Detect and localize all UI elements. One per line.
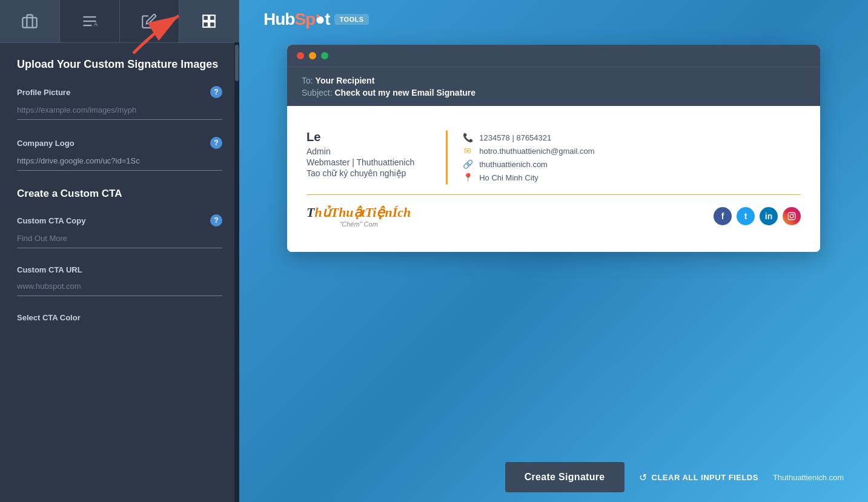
company-logo-help-icon[interactable]: ?	[210, 137, 222, 149]
signature-footer: ThủThuậtTiệnÍch "Chém" Com f t in	[306, 205, 801, 228]
signature-email-row: ✉ hotro.thuthuattienich@gmail.com	[462, 146, 801, 156]
svg-point-12	[793, 214, 794, 215]
social-icons-row: f t in	[714, 207, 801, 225]
custom-cta-url-input[interactable]	[17, 279, 222, 296]
email-window: To: Your Recipient Subject: Check out my…	[287, 45, 820, 252]
email-to-line: To: Your Recipient	[302, 76, 806, 85]
instagram-icon[interactable]	[783, 207, 801, 225]
email-window-titlebar	[287, 45, 820, 67]
signature-tagline: Tao chữ ký chuyên nghiệp	[306, 168, 414, 178]
email-header: To: Your Recipient Subject: Check out my…	[287, 67, 820, 106]
company-logo-input[interactable]	[17, 154, 222, 171]
profile-picture-group: Profile Picture ?	[17, 86, 222, 120]
signature-location-row: 📍 Ho Chi Minh City	[462, 173, 801, 182]
svg-rect-10	[788, 213, 795, 220]
window-dot-green	[321, 52, 328, 59]
email-subject-value: Check out my new Email Signature	[334, 88, 475, 97]
create-signature-button[interactable]: Create Signature	[505, 462, 624, 492]
signature-vertical-divider	[446, 130, 448, 185]
email-preview-area: To: Your Recipient Subject: Check out my…	[239, 39, 868, 452]
custom-cta-url-group: Custom CTA URL	[17, 265, 222, 296]
svg-rect-5	[203, 15, 208, 21]
email-body: Le Admin Webmaster | Thuthuattienich Tao…	[287, 106, 820, 252]
signature-company: Webmaster | Thuthuattienich	[306, 157, 414, 167]
signature-area: Le Admin Webmaster | Thuthuattienich Tao…	[306, 130, 801, 185]
sidebar-content: Upload Your Custom Signature Images Prof…	[0, 43, 239, 502]
location-icon: 📍	[462, 173, 473, 182]
signature-email: hotro.thuthuattienich@gmail.com	[479, 147, 594, 156]
signature-location: Ho Chi Minh City	[479, 173, 538, 182]
phone-icon: 📞	[462, 133, 473, 142]
company-logo-group: Company Logo ?	[17, 137, 222, 171]
tab-text[interactable]: A	[60, 0, 120, 42]
email-subject-line: Subject: Check out my new Email Signatur…	[302, 88, 806, 97]
tab-briefcase[interactable]	[0, 0, 60, 42]
tab-edit[interactable]	[120, 0, 180, 42]
clear-fields-label: CLEAR ALL INPUT FIELDS	[652, 473, 758, 482]
svg-rect-8	[210, 22, 215, 27]
sidebar: A	[0, 0, 239, 502]
scrollbar-thumb[interactable]	[235, 45, 239, 81]
svg-rect-6	[210, 15, 215, 21]
window-dot-yellow	[309, 52, 316, 59]
profile-picture-help-icon[interactable]: ?	[210, 86, 222, 98]
website-icon: 🔗	[462, 159, 473, 169]
custom-cta-copy-help-icon[interactable]: ?	[210, 214, 222, 226]
signature-logo-area: ThủThuậtTiệnÍch "Chém" Com	[306, 205, 411, 228]
tab-bar: A	[0, 0, 239, 43]
twitter-icon[interactable]: t	[737, 207, 755, 225]
custom-cta-copy-input[interactable]	[17, 231, 222, 248]
signature-name: Le	[306, 130, 414, 144]
signature-phone: 1234578 | 87654321	[479, 133, 551, 142]
facebook-icon[interactable]: f	[714, 207, 732, 225]
signature-website: thuthuattienich.com	[479, 160, 548, 169]
clear-fields-area[interactable]: ↺ CLEAR ALL INPUT FIELDS	[639, 472, 758, 483]
bottom-bar: Create Signature ↺ CLEAR ALL INPUT FIELD…	[239, 452, 868, 502]
company-logo-label: Company Logo	[17, 139, 75, 148]
signature-separator	[306, 194, 801, 195]
custom-cta-url-label: Custom CTA URL	[17, 265, 82, 274]
signature-logo: ThủThuậtTiệnÍch "Chém" Com	[306, 205, 411, 228]
linkedin-icon[interactable]: in	[760, 207, 778, 225]
custom-cta-copy-group: Custom CTA Copy ?	[17, 214, 222, 248]
select-cta-color-label: Select CTA Color	[17, 313, 81, 322]
main-area: HubSp●●t TOOLS To: Your Recipient Subjec…	[239, 0, 868, 502]
signature-role: Admin	[306, 147, 414, 156]
svg-point-11	[790, 214, 793, 218]
svg-rect-7	[203, 22, 208, 27]
hubspot-brand: HubSp●●t	[263, 10, 330, 29]
signature-website-row: 🔗 thuthuattienich.com	[462, 159, 801, 169]
select-cta-color-group: Select CTA Color	[17, 313, 222, 322]
profile-picture-input[interactable]	[17, 103, 222, 120]
hubspot-logo: HubSp●●t TOOLS	[263, 10, 369, 29]
logo-subtitle: "Chém" Com	[306, 220, 411, 228]
footer-brand: Thuthuattienich.com	[773, 473, 844, 482]
signature-phone-row: 📞 1234578 | 87654321	[462, 133, 801, 142]
refresh-icon: ↺	[639, 472, 647, 483]
hubspot-header: HubSp●●t TOOLS	[239, 0, 868, 39]
custom-cta-copy-label: Custom CTA Copy	[17, 216, 85, 225]
profile-picture-label: Profile Picture	[17, 88, 70, 97]
scrollbar-track[interactable]	[234, 42, 239, 502]
tools-badge: TOOLS	[334, 14, 368, 25]
email-icon: ✉	[462, 146, 473, 156]
tab-image-upload[interactable]	[179, 0, 239, 42]
create-cta-title: Create a Custom CTA	[17, 188, 222, 200]
signature-right: 📞 1234578 | 87654321 ✉ hotro.thuthuattie…	[462, 130, 801, 185]
svg-text:A: A	[94, 21, 98, 27]
logo-main-text: ThủThuậtTiệnÍch	[306, 205, 411, 220]
email-to-value: Your Recipient	[316, 76, 375, 85]
window-dot-red	[297, 52, 304, 59]
svg-rect-0	[22, 18, 36, 27]
section-title: Upload Your Custom Signature Images	[17, 58, 222, 71]
signature-left: Le Admin Webmaster | Thuthuattienich Tao…	[306, 130, 431, 185]
